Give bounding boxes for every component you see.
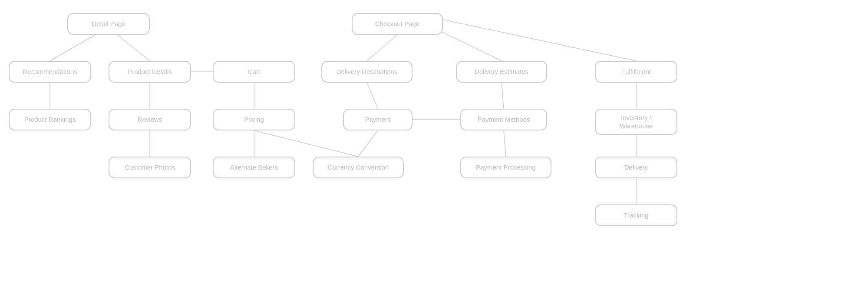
payment: Payment: [343, 109, 413, 130]
checkout-page: Checkout Page: [352, 13, 443, 35]
delivery-estimates: Delivery Estimates: [456, 61, 547, 83]
tracking: Tracking: [595, 204, 677, 226]
svg-line-9: [367, 35, 397, 61]
cart: Cart: [213, 61, 295, 83]
payment-processing: Payment Processing: [460, 157, 551, 178]
inventory-warehouse: Inventory /Warehouse: [595, 109, 677, 135]
diagram: Detail PageRecommendationsProduct Detail…: [0, 0, 868, 294]
svg-line-11: [443, 20, 636, 61]
svg-line-13: [358, 130, 378, 157]
currency-conversion: Currency Conversion: [313, 157, 404, 178]
product-details: Product Details: [109, 61, 191, 83]
delivery: Delivery: [595, 157, 677, 178]
alternate-sellers: Alternate Sellers: [213, 157, 295, 178]
svg-line-0: [50, 35, 96, 61]
svg-line-15: [502, 83, 504, 109]
recommendations: Recommendations: [9, 61, 91, 83]
pricing: Pricing: [213, 109, 295, 130]
connector-lines: [0, 0, 868, 294]
delivery-destinations: Delivery Destinations: [321, 61, 413, 83]
detail-page: Detail Page: [67, 13, 150, 35]
reviews: Reviews: [109, 109, 191, 130]
product-rankings: Product Rankings: [9, 109, 91, 130]
svg-line-12: [367, 83, 378, 109]
svg-line-16: [504, 130, 506, 157]
customer-photos: Customer Photos: [109, 157, 191, 178]
fulfillment: Fulfillment: [595, 61, 677, 83]
svg-line-1: [117, 35, 150, 61]
payment-methods: Payment Methods: [460, 109, 547, 130]
svg-line-8: [254, 130, 358, 157]
